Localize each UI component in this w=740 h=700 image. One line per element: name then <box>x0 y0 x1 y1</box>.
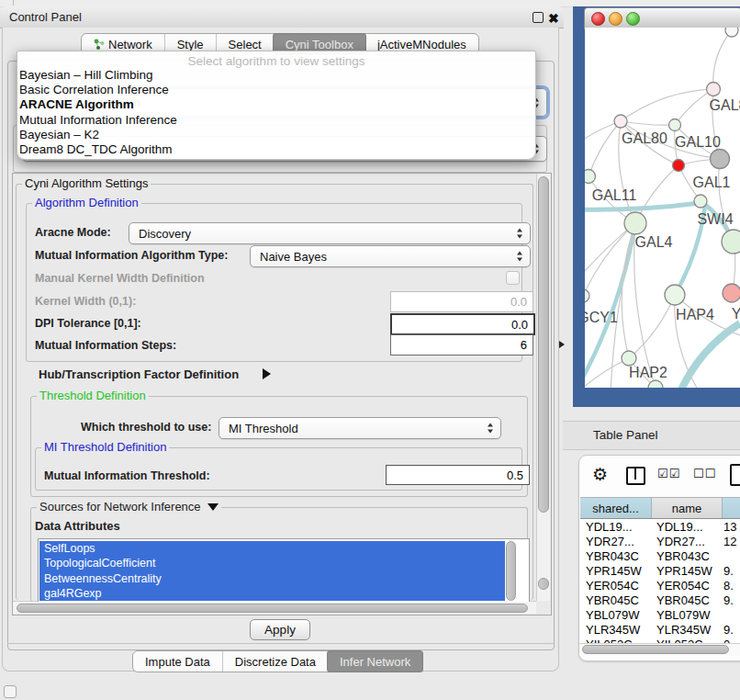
table-cell: YBR043C <box>580 549 649 563</box>
table-row[interactable]: YDL19...YDL19...13 <box>580 519 740 534</box>
which-threshold-combo[interactable]: MI Threshold <box>219 417 501 439</box>
column-header-shared[interactable]: shared... <box>580 497 652 518</box>
data-attribute-item[interactable]: gal4RGexp <box>39 586 505 601</box>
dpi-tolerance-input[interactable]: 0.0 <box>390 313 535 335</box>
select-all-checks-icon[interactable]: ☑☑ <box>657 467 680 480</box>
table-row[interactable]: YBL079WYBL079W <box>580 608 740 623</box>
network-node-label: SWI4 <box>697 211 733 227</box>
network-node[interactable] <box>585 289 589 302</box>
network-node[interactable] <box>622 351 636 366</box>
manual-kernel-checkbox[interactable] <box>506 271 520 285</box>
network-node[interactable] <box>648 380 663 388</box>
aracne-mode-combo[interactable]: Discovery <box>129 222 531 244</box>
network-node-label: GAL4 <box>635 234 673 250</box>
algorithm-option[interactable]: Bayesian – Hill Climbing <box>17 68 535 83</box>
network-edge[interactable] <box>713 30 732 89</box>
network-canvas[interactable]: GAL8GAL80GAL10GAL1GAL11SWI4GAL4GCY1HAP4Y… <box>585 28 740 388</box>
table-row[interactable]: YLR345WYLR345W9. <box>580 623 740 638</box>
close-window-icon[interactable]: ✖ <box>548 14 559 23</box>
network-edge-thick[interactable] <box>681 323 740 388</box>
sources-title[interactable]: Sources for Network Inference <box>37 501 221 514</box>
network-window-titlebar[interactable] <box>584 7 740 29</box>
network-node[interactable] <box>669 119 681 131</box>
network-edge[interactable] <box>589 121 621 176</box>
network-node[interactable] <box>673 160 685 172</box>
column-header-third[interactable] <box>723 497 740 518</box>
tab-impute-data[interactable]: Impute Data <box>133 651 222 672</box>
mi-steps-input[interactable]: 6 <box>390 334 533 356</box>
manual-kernel-label: Manual Kernel Width Definition <box>35 272 205 285</box>
splitter-arrow-icon[interactable] <box>559 341 565 348</box>
network-node-label: GAL10 <box>675 134 721 150</box>
algorithm-option[interactable]: Bayesian – K2 <box>17 128 535 142</box>
network-node[interactable] <box>585 170 596 184</box>
network-node[interactable] <box>722 230 740 254</box>
combo-arrows-icon <box>517 252 523 262</box>
table-row[interactable]: YPR145WYPR145W9. <box>580 563 740 578</box>
network-node[interactable] <box>707 83 721 96</box>
table-cell: 8. <box>720 579 740 593</box>
deselect-all-checks-icon[interactable]: ☐☐ <box>693 467 716 480</box>
table-cell: YBR043C <box>649 549 720 563</box>
table-panel-titlebar[interactable]: Table Panel <box>563 421 740 450</box>
algorithm-option[interactable]: Dream8 DC_TDC Algorithm <box>17 142 535 157</box>
split-columns-icon[interactable] <box>626 467 645 485</box>
gear-icon[interactable]: ⚙ <box>592 464 608 485</box>
float-window-icon[interactable] <box>533 12 544 23</box>
algorithm-option[interactable]: Basic Correlation Inference <box>17 83 535 97</box>
network-node-label: HAP2 <box>629 365 667 380</box>
table-row[interactable]: YBR043CYBR043C <box>580 548 740 563</box>
network-node[interactable] <box>665 285 685 305</box>
table-panel-title: Table Panel <box>593 428 658 442</box>
network-node[interactable] <box>614 115 627 128</box>
network-node[interactable] <box>725 28 738 37</box>
settings-vscrollbar-thumb[interactable] <box>538 176 549 513</box>
network-edge[interactable] <box>629 295 675 358</box>
mi-type-combo[interactable]: Naive Bayes <box>250 245 531 267</box>
control-panel-titlebar[interactable]: Control Panel ✖ <box>0 6 564 28</box>
table-row[interactable]: YDR27...YDR27...12 <box>580 534 740 548</box>
network-node[interactable] <box>711 150 730 169</box>
algorithm-option[interactable]: ARACNE Algorithm <box>17 97 535 112</box>
attr-list-scrollbar-thumb[interactable] <box>506 541 516 601</box>
table-row[interactable]: YBR045CYBR045C9. <box>580 593 740 607</box>
bottom-divider <box>7 643 554 644</box>
hub-expand-arrow-icon[interactable] <box>263 368 271 379</box>
algorithm-option[interactable]: Mutual Information Inference <box>17 113 535 128</box>
settings-vscrollbar-blob[interactable] <box>538 578 549 590</box>
new-table-icon[interactable] <box>730 464 740 486</box>
network-node[interactable] <box>624 212 646 234</box>
network-edge[interactable] <box>675 89 713 125</box>
threshold-title: Threshold Definition <box>37 390 149 402</box>
table-row[interactable]: YER054CYER054C8. <box>580 578 740 593</box>
settings-hscrollbar-thumb[interactable] <box>17 604 528 613</box>
table-hscrollbar-thumb[interactable] <box>582 645 729 654</box>
column-header-name[interactable]: name <box>652 497 723 518</box>
data-attributes-list[interactable]: SelfLoopsTopologicalCoefficientBetweenne… <box>38 538 530 602</box>
zoom-traffic-light[interactable] <box>626 12 640 26</box>
close-traffic-light[interactable] <box>591 12 605 26</box>
kernel-width-input[interactable]: 0.0 <box>390 291 533 312</box>
network-node-label: GAL8 <box>710 97 740 113</box>
mit-input[interactable]: 0.5 <box>386 465 530 485</box>
tab-infer-network[interactable]: Infer Network <box>327 650 423 672</box>
network-edge[interactable] <box>621 89 713 121</box>
minimize-traffic-light[interactable] <box>609 12 622 26</box>
data-attribute-item[interactable]: SelfLoops <box>39 541 505 556</box>
data-attribute-item[interactable]: BetweennessCentrality <box>39 571 505 586</box>
table-cell: YDL19... <box>649 520 720 534</box>
network-edge[interactable] <box>621 121 675 125</box>
tab-discretize-data[interactable]: Discretize Data <box>222 651 328 672</box>
table-cell: 12 <box>720 535 740 548</box>
algorithm-definition-title: Algorithm Definition <box>32 197 141 209</box>
dpi-tolerance-label: DPI Tolerance [0,1]: <box>35 317 141 330</box>
apply-button[interactable]: Apply <box>250 619 310 640</box>
network-node[interactable] <box>694 195 707 208</box>
network-node[interactable] <box>723 284 740 302</box>
bottom-grip-icon[interactable] <box>4 685 17 698</box>
hub-definition-label[interactable]: Hub/Transcription Factor Definition <box>39 367 239 381</box>
table-cell: YDL19... <box>580 520 649 534</box>
table-cell: YBL079W <box>649 608 720 622</box>
data-attribute-item[interactable]: TopologicalCoefficient <box>39 556 505 570</box>
table-cell: YPR145W <box>580 564 649 578</box>
